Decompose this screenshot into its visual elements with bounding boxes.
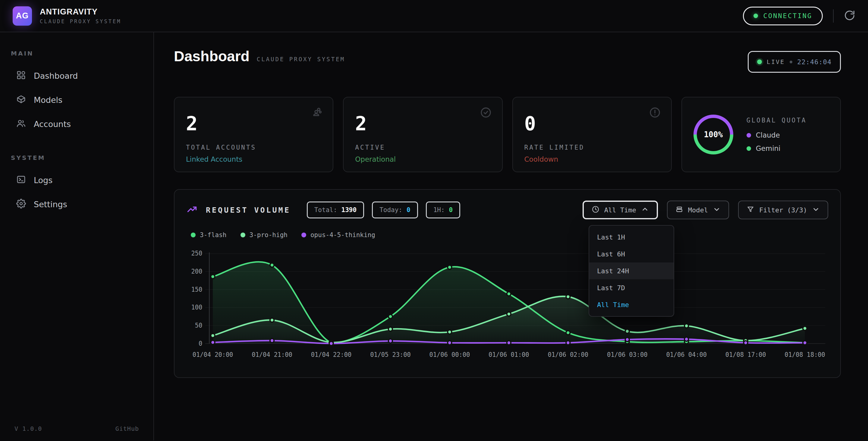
stat-sublabel: Operational [355,155,490,163]
quota-legend-gemini: Gemini [747,145,807,152]
page-subtitle: CLAUDE PROXY SYSTEM [257,56,345,62]
top-bar: AG ANTIGRAVITY CLAUDE PROXY SYSTEM CONNE… [0,0,868,32]
svg-text:250: 250 [191,250,203,257]
sidebar-item-models[interactable]: Models [11,89,143,111]
time-range-menu: Last 1H Last 6H Last 24H Last 7D All Tim… [589,225,674,317]
legend-item-3-pro-high: 3-pro-high [241,231,287,239]
brand: AG ANTIGRAVITY CLAUDE PROXY SYSTEM [13,6,121,26]
quota-label: GLOBAL QUOTA [747,117,807,124]
main-content: Dashboard CLAUDE PROXY SYSTEM LIVE 22:46… [154,32,868,440]
svg-text:01/06 03:00: 01/06 03:00 [607,351,648,358]
status-dot-icon [753,13,758,18]
legend-label: 3-flash [200,231,227,239]
quota-legend-claude: Claude [747,131,807,139]
series-dot-icon [301,233,306,237]
chart-title: REQUEST VOLUME [206,206,290,214]
sidebar: MAIN Dashboard Models [0,32,154,440]
sidebar-item-accounts[interactable]: Accounts [11,113,143,135]
svg-text:0: 0 [198,340,202,347]
svg-text:01/06 02:00: 01/06 02:00 [548,351,589,358]
github-link[interactable]: GitHub [116,425,139,432]
dropdown-label: All Time [604,206,636,214]
chart-legend: 3-flash 3-pro-high opus-4-5-thinking [191,231,828,239]
quota-percent: 100% [693,115,733,154]
svg-text:01/06 00:00: 01/06 00:00 [430,351,470,358]
page-title: Dashboard [174,48,250,64]
chip-label: 1H: [433,206,445,213]
dropdown-label: Model [688,206,708,214]
dropdown-label: Filter (3/3) [759,206,807,214]
series-dot-icon [241,233,245,237]
stat-value: 2 [186,113,321,135]
chip-label: Total: [314,206,337,213]
app-logo: AG [13,6,32,26]
svg-text:01/06 01:00: 01/06 01:00 [489,351,529,358]
today-chip: Today: 0 [372,202,418,218]
stat-sublabel: Cooldown [524,155,660,163]
connection-status-label: CONNECTING [764,12,812,20]
stat-value: 2 [355,113,490,135]
sidebar-item-label: Logs [34,176,53,185]
clock-icon [592,205,599,215]
filter-dropdown[interactable]: Filter (3/3) [738,201,828,219]
menu-item-last-1h[interactable]: Last 1H [589,229,674,245]
chip-value: 0 [407,206,410,213]
live-dot-icon [757,59,762,64]
legend-item-opus: opus-4-5-thinking [301,231,375,239]
menu-item-last-24h[interactable]: Last 24H [589,262,674,279]
menu-item-all-time[interactable]: All Time [589,296,674,313]
claude-dot-icon [747,133,751,138]
gemini-dot-icon [747,146,751,151]
quota-legend-label: Gemini [756,145,781,152]
svg-text:50: 50 [195,322,202,329]
grid-icon [16,70,26,81]
chip-value: 1390 [341,206,357,213]
legend-item-3-flash: 3-flash [191,231,227,239]
check-circle-icon [480,107,492,120]
topbar-divider [833,9,834,23]
separator-dot-icon [789,61,792,63]
sidebar-item-settings[interactable]: Settings [11,193,143,215]
cube-icon [16,94,26,105]
sidebar-item-logs[interactable]: Logs [11,169,143,191]
funnel-icon [747,205,754,215]
sidebar-item-label: Settings [34,200,67,209]
live-label: LIVE [767,58,785,65]
quota-ring: 100% [693,115,733,154]
live-clock: 22:46:04 [797,58,832,66]
menu-item-last-6h[interactable]: Last 6H [589,245,674,262]
refresh-icon [844,10,855,22]
svg-text:01/08 17:00: 01/08 17:00 [725,351,766,358]
sidebar-item-label: Accounts [34,119,71,129]
sidebar-section-system: SYSTEM [11,154,143,161]
refresh-button[interactable] [844,10,855,22]
request-volume-card: REQUEST VOLUME Total: 1390 Today: 0 1H: [174,189,841,378]
svg-text:200: 200 [191,268,203,275]
chip-value: 0 [449,206,453,213]
card-rate-limited: 0 RATE LIMITED Cooldown [513,97,672,172]
time-range-dropdown[interactable]: All Time [583,201,658,219]
total-chip: Total: 1390 [307,202,364,218]
model-dropdown[interactable]: Model [667,201,729,219]
brand-title: ANTIGRAVITY [40,7,121,17]
trending-up-icon [187,204,197,216]
live-badge: LIVE 22:46:04 [748,51,841,73]
archive-box-icon [675,205,683,215]
sidebar-section-main: MAIN [11,50,143,57]
alert-circle-icon [649,107,661,120]
sidebar-item-dashboard[interactable]: Dashboard [11,65,143,87]
legend-label: opus-4-5-thinking [310,231,375,239]
svg-text:01/04 21:00: 01/04 21:00 [252,351,292,358]
card-total-accounts: 2 TOTAL ACCOUNTS Linked Accounts [174,97,333,172]
users-icon [16,119,26,129]
users-icon [310,107,322,120]
menu-item-last-7d[interactable]: Last 7D [589,279,674,296]
card-global-quota: 100% GLOBAL QUOTA Claude Gemini [681,97,841,172]
brand-subtitle: CLAUDE PROXY SYSTEM [40,19,121,24]
connection-status-badge: CONNECTING [743,7,823,25]
sidebar-item-label: Models [34,95,62,105]
svg-text:01/05 23:00: 01/05 23:00 [370,351,411,358]
legend-label: 3-pro-high [250,231,287,239]
line-chart: 05010015020025001/04 20:0001/04 21:0001/… [187,242,828,368]
stat-sublabel: Linked Accounts [186,155,321,163]
